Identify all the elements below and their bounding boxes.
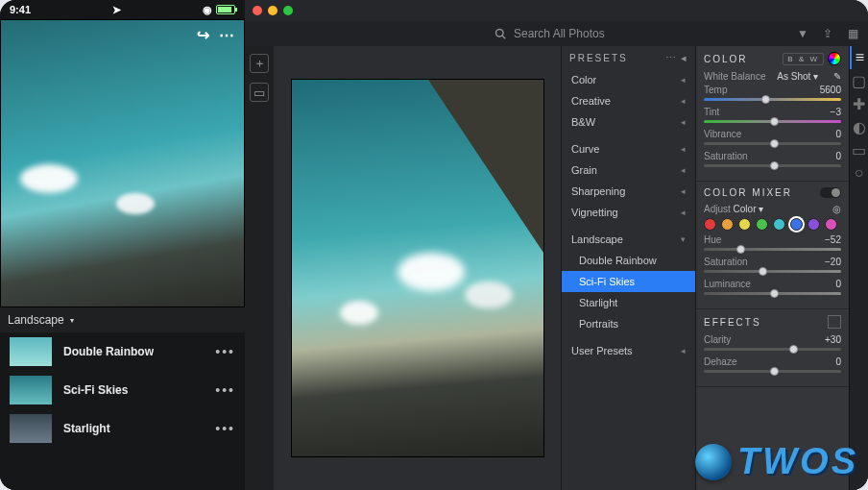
- preset-group-user[interactable]: User Presets◂: [562, 340, 695, 361]
- preset-group[interactable]: Creative◂: [562, 90, 695, 111]
- swatch-blue[interactable]: [790, 218, 803, 231]
- preset-group[interactable]: Vignetting◂: [562, 202, 695, 223]
- more-icon[interactable]: •••: [215, 421, 235, 436]
- collapse-icon[interactable]: ◂: [681, 52, 687, 63]
- mobile-preset-row[interactable]: Starlight •••: [0, 409, 245, 448]
- preset-label: Sci-Fi Skies: [63, 383, 128, 397]
- target-icon[interactable]: ◎: [832, 204, 841, 214]
- brush-tab[interactable]: ◐: [850, 115, 868, 138]
- chevron-down-icon: ▾: [681, 234, 686, 244]
- window-titlebar: [245, 0, 868, 21]
- desktop-window: Search All Photos ▼ ⇪ ▦ ＋ ▭ PRESETS: [245, 0, 868, 490]
- adjust-select[interactable]: Color ▾: [734, 204, 764, 214]
- mobile-preset-group-selector[interactable]: Landscape ▾: [0, 307, 245, 332]
- mobile-preset-row[interactable]: Double Rainbow •••: [0, 332, 245, 371]
- more-icon[interactable]: ⋯: [219, 26, 234, 44]
- location-icon: ➤: [112, 4, 121, 16]
- swatch-purple[interactable]: [808, 218, 820, 231]
- app-stage: 9:41 ➤ ◉ ↪ ⋯ Landscape ▾ Double Rainbow …: [0, 0, 868, 490]
- preset-group[interactable]: B&W◂: [562, 111, 695, 133]
- close-icon[interactable]: [253, 6, 262, 15]
- color-section: COLOR B & W White Balance As Shot ▾ ✎ Te…: [696, 46, 849, 182]
- mixer-toggle[interactable]: [820, 187, 841, 198]
- chevron-down-icon: ▾: [70, 316, 74, 325]
- heal-tab[interactable]: ✚: [850, 92, 868, 115]
- preset-item[interactable]: Portraits: [562, 313, 695, 334]
- more-icon[interactable]: ⋯: [665, 52, 677, 63]
- chevron-left-icon: ◂: [681, 346, 686, 355]
- preset-group[interactable]: Color◂: [562, 69, 695, 90]
- canvas[interactable]: [274, 46, 561, 490]
- preset-group[interactable]: Curve◂: [562, 138, 695, 159]
- mobile-preset-list: Double Rainbow ••• Sci-Fi Skies ••• Star…: [0, 332, 245, 490]
- crop-tab[interactable]: ▢: [850, 69, 868, 92]
- swatch-aqua[interactable]: [773, 218, 785, 231]
- edit-tab[interactable]: ≡: [850, 46, 868, 69]
- topbar: Search All Photos ▼ ⇪ ▦: [245, 21, 868, 46]
- saturation-slider[interactable]: [704, 164, 841, 167]
- dehaze-slider[interactable]: [704, 370, 841, 373]
- preset-item[interactable]: Double Rainbow: [562, 250, 695, 271]
- swatch-red[interactable]: [704, 218, 716, 231]
- more-icon[interactable]: •••: [215, 344, 235, 359]
- left-tool-rail: ＋ ▭: [245, 46, 274, 490]
- effects-compare-icon[interactable]: [828, 315, 841, 329]
- preset-thumb: [10, 376, 52, 404]
- mobile-time: 9:41: [10, 4, 31, 15]
- mixer-sat-slider[interactable]: [704, 270, 841, 273]
- linear-tab[interactable]: ▭: [850, 138, 868, 161]
- vibrance-slider[interactable]: [704, 142, 841, 145]
- filter-icon[interactable]: ▼: [795, 26, 810, 41]
- mobile-photo-preview[interactable]: ↪ ⋯: [0, 19, 245, 307]
- presets-panel: PRESETS ⋯ ◂ Color◂ Creative◂ B&W◂ Curve◂…: [561, 46, 695, 490]
- library-button[interactable]: ▭: [250, 83, 269, 102]
- more-icon[interactable]: •••: [215, 382, 235, 398]
- maximize-icon[interactable]: [283, 6, 293, 15]
- bw-toggle[interactable]: B & W: [783, 53, 824, 65]
- share-icon[interactable]: ↪: [197, 26, 209, 44]
- mobile-preset-row[interactable]: Sci-Fi Skies •••: [0, 371, 245, 409]
- preset-group-landscape[interactable]: Landscape▾: [562, 229, 695, 250]
- temp-slider[interactable]: [704, 98, 841, 101]
- globe-icon: [695, 444, 732, 480]
- preset-item-active[interactable]: Sci-Fi Skies: [562, 271, 695, 292]
- search-icon: [493, 26, 508, 41]
- wb-label: White Balance: [704, 71, 765, 82]
- chevron-left-icon: ◂: [681, 96, 686, 106]
- photo: [292, 80, 543, 456]
- chevron-left-icon: ◂: [681, 75, 686, 85]
- swatch-magenta[interactable]: [825, 218, 837, 231]
- battery-icon: [216, 5, 235, 14]
- chevron-left-icon: ◂: [681, 144, 686, 154]
- swatch-green[interactable]: [756, 218, 768, 231]
- eyedropper-icon[interactable]: ✎: [833, 71, 841, 82]
- chevron-left-icon: ◂: [681, 186, 686, 196]
- preset-group[interactable]: Sharpening◂: [562, 181, 695, 202]
- watermark: TWOS: [695, 441, 858, 482]
- colorwheel-icon[interactable]: [828, 52, 841, 65]
- wb-value[interactable]: As Shot ▾: [777, 71, 818, 82]
- clarity-slider[interactable]: [704, 348, 841, 351]
- hue-slider[interactable]: [704, 248, 841, 251]
- chevron-left-icon: ◂: [681, 165, 686, 175]
- mobile-status-bar: 9:41 ➤ ◉: [0, 0, 245, 19]
- swatch-yellow[interactable]: [738, 218, 751, 231]
- luminance-slider[interactable]: [704, 292, 841, 295]
- add-button[interactable]: ＋: [250, 54, 269, 73]
- search-input[interactable]: Search All Photos: [493, 26, 605, 41]
- preset-thumb: [10, 337, 52, 366]
- color-mixer-section: COLOR MIXER Adjust Color ▾ ◎: [696, 182, 849, 309]
- svg-line-1: [502, 36, 505, 38]
- preset-group[interactable]: Grain◂: [562, 159, 695, 181]
- preset-item[interactable]: Starlight: [562, 292, 695, 313]
- mobile-preview: 9:41 ➤ ◉ ↪ ⋯ Landscape ▾ Double Rainbow …: [0, 0, 245, 490]
- preset-thumb: [10, 414, 52, 443]
- grid-icon[interactable]: ▦: [845, 26, 860, 41]
- swatch-orange[interactable]: [721, 218, 734, 231]
- inspector-panel: COLOR B & W White Balance As Shot ▾ ✎ Te…: [695, 46, 849, 490]
- share-icon[interactable]: ⇪: [820, 26, 835, 41]
- effects-section: EFFECTS Clarity+30 Dehaze0: [696, 309, 849, 387]
- minimize-icon[interactable]: [268, 6, 277, 15]
- tint-slider[interactable]: [704, 120, 841, 123]
- radial-tab[interactable]: ○: [850, 161, 868, 184]
